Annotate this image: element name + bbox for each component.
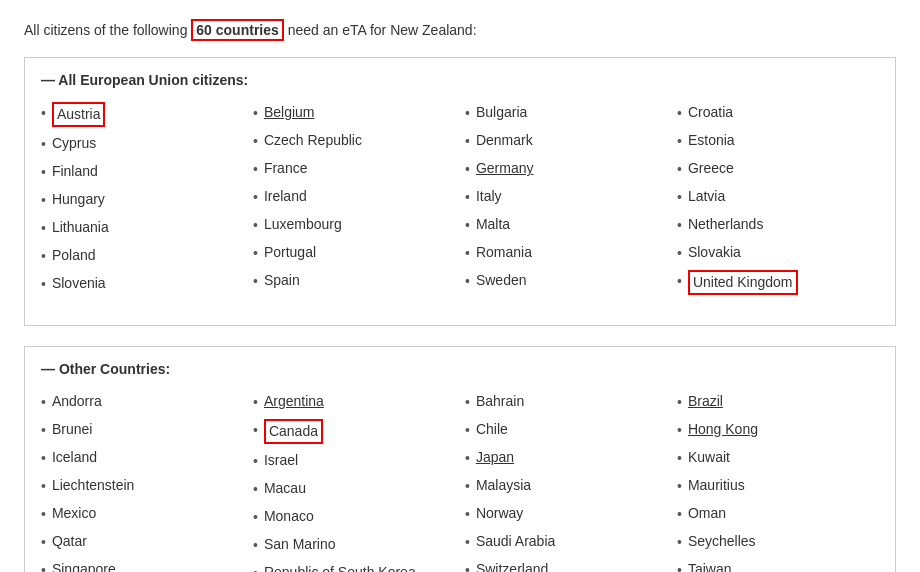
intro-suffix: need an eTA for New Zealand: bbox=[284, 22, 477, 38]
bullet-icon: • bbox=[465, 448, 470, 469]
list-item: •Luxembourg bbox=[253, 214, 455, 236]
country-name: Finland bbox=[52, 161, 98, 182]
country-name: Bulgaria bbox=[476, 102, 527, 123]
bullet-icon: • bbox=[465, 476, 470, 497]
count-highlight: 60 countries bbox=[191, 19, 283, 41]
column-2: •Bulgaria•Denmark•Germany•Italy•Malta•Ro… bbox=[465, 102, 667, 295]
country-name: Republic of South Korea bbox=[264, 562, 416, 572]
country-name: Poland bbox=[52, 245, 96, 266]
bullet-icon: • bbox=[465, 271, 470, 292]
bullet-icon: • bbox=[677, 131, 682, 152]
country-name: Slovenia bbox=[52, 273, 106, 294]
country-name: Oman bbox=[688, 503, 726, 524]
bullet-icon: • bbox=[465, 131, 470, 152]
eu-section: — All European Union citizens: •Austria•… bbox=[24, 57, 896, 326]
bullet-icon: • bbox=[41, 162, 46, 183]
list-item: •Monaco bbox=[253, 506, 455, 528]
country-name: Denmark bbox=[476, 130, 533, 151]
country-name: Greece bbox=[688, 158, 734, 179]
country-name: Spain bbox=[264, 270, 300, 291]
bullet-icon: • bbox=[41, 476, 46, 497]
intro-text: All citizens of the following 60 countri… bbox=[24, 20, 896, 41]
column-2: •Bahrain•Chile•Japan•Malaysia•Norway•Sau… bbox=[465, 391, 667, 572]
list-item: •Brunei bbox=[41, 419, 243, 441]
list-item: •Sweden bbox=[465, 270, 667, 292]
list-item: •San Marino bbox=[253, 534, 455, 556]
country-name: Singapore bbox=[52, 559, 116, 572]
bullet-icon: • bbox=[41, 246, 46, 267]
country-name: Latvia bbox=[688, 186, 725, 207]
list-item: •Denmark bbox=[465, 130, 667, 152]
list-item: •Seychelles bbox=[677, 531, 879, 553]
list-item: •Norway bbox=[465, 503, 667, 525]
bullet-icon: • bbox=[253, 271, 258, 292]
list-item: •Belgium bbox=[253, 102, 455, 124]
country-name: Cyprus bbox=[52, 133, 96, 154]
list-item: •Canada bbox=[253, 419, 455, 444]
bullet-icon: • bbox=[677, 392, 682, 413]
other-section: — Other Countries: •Andorra•Brunei•Icela… bbox=[24, 346, 896, 572]
list-item: •Oman bbox=[677, 503, 879, 525]
list-item: •Slovenia bbox=[41, 273, 243, 295]
bullet-icon: • bbox=[465, 532, 470, 553]
bullet-icon: • bbox=[253, 243, 258, 264]
bullet-icon: • bbox=[677, 476, 682, 497]
bullet-icon: • bbox=[41, 448, 46, 469]
country-name: Switzerland bbox=[476, 559, 548, 572]
list-item: •Argentina bbox=[253, 391, 455, 413]
country-name: Czech Republic bbox=[264, 130, 362, 151]
country-name: Liechtenstein bbox=[52, 475, 135, 496]
country-name: Monaco bbox=[264, 506, 314, 527]
country-name: Hong Kong bbox=[688, 419, 758, 440]
bullet-icon: • bbox=[465, 243, 470, 264]
country-name: France bbox=[264, 158, 308, 179]
other-columns-grid: •Andorra•Brunei•Iceland•Liechtenstein•Me… bbox=[41, 391, 879, 572]
bullet-icon: • bbox=[41, 134, 46, 155]
bullet-icon: • bbox=[41, 420, 46, 441]
country-name: Japan bbox=[476, 447, 514, 468]
list-item: •Netherlands bbox=[677, 214, 879, 236]
country-name: Slovakia bbox=[688, 242, 741, 263]
bullet-icon: • bbox=[465, 187, 470, 208]
list-item: •Spain bbox=[253, 270, 455, 292]
bullet-icon: • bbox=[677, 560, 682, 572]
list-item: •Mexico bbox=[41, 503, 243, 525]
country-name: Brazil bbox=[688, 391, 723, 412]
bullet-icon: • bbox=[253, 159, 258, 180]
column-3: •Croatia•Estonia•Greece•Latvia•Netherlan… bbox=[677, 102, 879, 295]
country-name: Ireland bbox=[264, 186, 307, 207]
list-item: •Chile bbox=[465, 419, 667, 441]
bullet-icon: • bbox=[41, 274, 46, 295]
bullet-icon: • bbox=[677, 187, 682, 208]
bullet-icon: • bbox=[253, 563, 258, 572]
bullet-icon: • bbox=[41, 190, 46, 211]
list-item: •Iceland bbox=[41, 447, 243, 469]
list-item: •Saudi Arabia bbox=[465, 531, 667, 553]
bullet-icon: • bbox=[465, 103, 470, 124]
list-item: •Germany bbox=[465, 158, 667, 180]
country-name: Iceland bbox=[52, 447, 97, 468]
bullet-icon: • bbox=[677, 271, 682, 292]
country-name: Bahrain bbox=[476, 391, 524, 412]
country-name: Germany bbox=[476, 158, 534, 179]
list-item: •Slovakia bbox=[677, 242, 879, 264]
country-name: Austria bbox=[52, 102, 106, 127]
column-1: •Belgium•Czech Republic•France•Ireland•L… bbox=[253, 102, 455, 295]
list-item: •Kuwait bbox=[677, 447, 879, 469]
eu-section-header: — All European Union citizens: bbox=[41, 72, 879, 88]
column-1: •Argentina•Canada•Israel•Macau•Monaco•Sa… bbox=[253, 391, 455, 572]
list-item: •Hungary bbox=[41, 189, 243, 211]
bullet-icon: • bbox=[253, 535, 258, 556]
bullet-icon: • bbox=[677, 420, 682, 441]
country-name: Kuwait bbox=[688, 447, 730, 468]
country-name: Croatia bbox=[688, 102, 733, 123]
country-name: Chile bbox=[476, 419, 508, 440]
eu-columns-grid: •Austria•Cyprus•Finland•Hungary•Lithuani… bbox=[41, 102, 879, 295]
country-name: Malaysia bbox=[476, 475, 531, 496]
bullet-icon: • bbox=[465, 215, 470, 236]
list-item: •Finland bbox=[41, 161, 243, 183]
list-item: •Bahrain bbox=[465, 391, 667, 413]
list-item: •Bulgaria bbox=[465, 102, 667, 124]
bullet-icon: • bbox=[465, 420, 470, 441]
list-item: •Portugal bbox=[253, 242, 455, 264]
